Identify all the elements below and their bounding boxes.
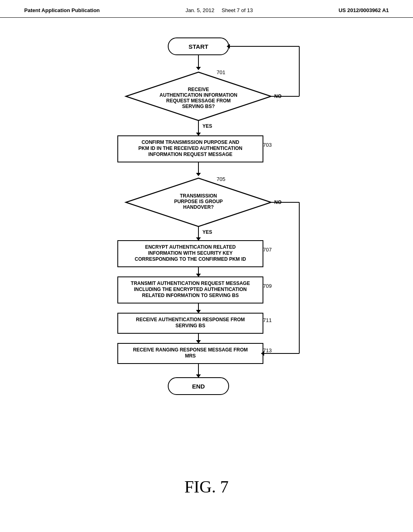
node-701-line1: RECEIVE [188,87,209,92]
node-709-line2: INCLUDING THE ENCRYPTED AUTHENTICATION [134,287,247,292]
node-713-line2: MRS [185,353,196,359]
node-707-line2: INFORMATION WITH SECURITY KEY [148,250,233,256]
header-date-sheet: Jan. 5, 2012 Sheet 7 of 13 [186,7,253,13]
svg-marker-8 [196,173,201,176]
node-703-line3: INFORMATION REQUEST MESSAGE [148,152,232,157]
page-header: Patent Application Publication Jan. 5, 2… [0,0,413,18]
header-sheet: Sheet 7 of 13 [222,7,253,13]
header-date: Jan. 5, 2012 [186,7,215,13]
end-label: END [192,383,205,390]
svg-marker-20 [196,340,201,343]
svg-marker-17 [196,310,201,313]
step-711-label: 711 [263,317,272,323]
node-707-line3: CORRESPONDING TO THE CONFIRMED PKM ID [135,256,246,262]
node-709-line3: RELATED INFORMATION TO SERVING BS [142,293,239,298]
node-701-line3: REQUEST MESSAGE FROM [166,98,231,104]
yes-label-701: YES [202,123,212,129]
step-705-label: 705 [217,176,225,182]
svg-marker-2 [196,67,201,70]
step-713-label: 713 [263,347,272,353]
start-label: START [189,43,209,50]
step-703-label: 703 [263,142,272,148]
diagram-area: START 701 RECEIVE AUTHENTICATION INFORMA… [0,18,413,469]
node-707-line1: ENCRYPT AUTHENTICATION RELATED [145,244,236,250]
node-705-line1: TRANSMISSION [180,193,217,199]
step-707-label: 707 [263,247,272,253]
svg-marker-14 [196,274,201,277]
svg-marker-11 [196,237,201,241]
node-705-line2: PURPOSE IS GROUP [174,199,223,204]
yes-label-705: YES [202,229,212,235]
step-701-label: 701 [217,69,225,75]
node-701-line2: AUTHENTICATION INFORMATION [160,92,238,98]
node-711-line1: RECEIVE AUTHENTICATION RESPONSE FROM [136,317,245,322]
step-709-label: 709 [263,283,272,289]
node-709-line1: TRANSMIT AUTHENTICATION REQUEST MESSAGE [131,281,250,286]
node-703-line1: CONFIRM TRANSMISSION PURPOSE AND [142,139,240,145]
header-patent-number: US 2012/0003962 A1 [338,7,389,13]
figure-label: FIG. 7 [0,477,413,497]
node-713-line1: RECEIVE RANGING RESPONSE MESSAGE FROM [133,347,248,353]
node-701-line4: SERVING BS? [182,104,215,109]
node-705-line3: HANDOVER? [183,204,214,210]
flowchart-svg: START 701 RECEIVE AUTHENTICATION INFORMA… [65,30,348,465]
node-711-line2: SERVING BS [175,323,205,328]
node-703-line2: PKM ID IN THE RECEIVED AUTHENTICATION [138,145,242,151]
header-publication: Patent Application Publication [24,7,100,13]
svg-marker-23 [196,374,201,378]
svg-marker-5 [196,133,201,136]
